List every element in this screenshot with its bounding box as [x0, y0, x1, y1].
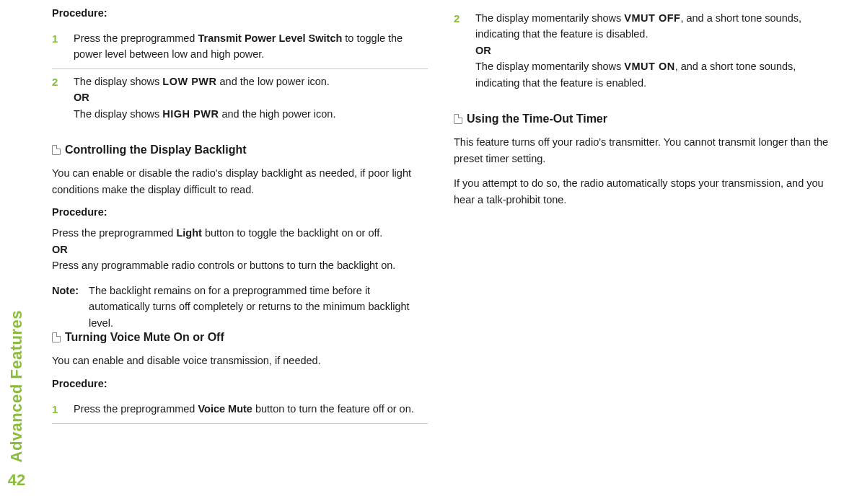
sidebar-section-label: Advanced Features	[7, 310, 26, 462]
step-number: 1	[52, 30, 62, 47]
document-icon	[454, 114, 462, 124]
step-text: Press the preprogrammed Voice Mute butto…	[74, 401, 414, 417]
step-number: 1	[52, 401, 62, 417]
section-heading-backlight: Controlling the Display Backlight	[52, 143, 428, 156]
step-text: Press the preprogrammed Transmit Power L…	[74, 30, 428, 63]
procedure-heading: Procedure:	[52, 7, 428, 19]
note-label: Note:	[52, 283, 79, 331]
list-item: 1 Press the preprogrammed Voice Mute but…	[52, 397, 428, 424]
step-text: The display shows LOW PWR and the low po…	[74, 74, 335, 122]
body-paragraph: If you attempt to do so, the radio autom…	[454, 175, 830, 208]
list-item: 2 The display momentarily shows VMUT OFF…	[454, 6, 830, 97]
body-paragraph: You can enable or disable the radio's di…	[52, 165, 428, 198]
step-text: The display momentarily shows VMUT OFF, …	[475, 10, 830, 91]
document-icon	[52, 332, 61, 342]
body-paragraph: This feature turns off your radio's tran…	[454, 134, 830, 167]
note-text: The backlight remains on for a preprogra…	[89, 283, 428, 331]
body-paragraph: You can enable and disable voice transmi…	[52, 353, 428, 368]
document-icon	[52, 145, 61, 155]
step-number: 2	[52, 74, 62, 90]
sidebar: Advanced Features 42	[7, 310, 26, 490]
page-content: Procedure: 1 Press the preprogrammed Tra…	[52, 6, 830, 467]
procedure-heading: Procedure:	[52, 378, 428, 389]
procedure-heading: Procedure:	[52, 206, 428, 218]
step-number: 2	[454, 10, 464, 27]
section-heading-voice-mute: Turning Voice Mute On or Off	[52, 331, 428, 344]
note: Note: The backlight remains on for a pre…	[52, 283, 428, 331]
list-item: 2 The display shows LOW PWR and the low …	[52, 69, 428, 128]
section-heading-timeout: Using the Time-Out Timer	[454, 112, 830, 125]
body-paragraph: Press the preprogrammed Light button to …	[52, 225, 428, 273]
list-item: 1 Press the preprogrammed Transmit Power…	[52, 26, 428, 69]
page-number: 42	[8, 471, 25, 490]
